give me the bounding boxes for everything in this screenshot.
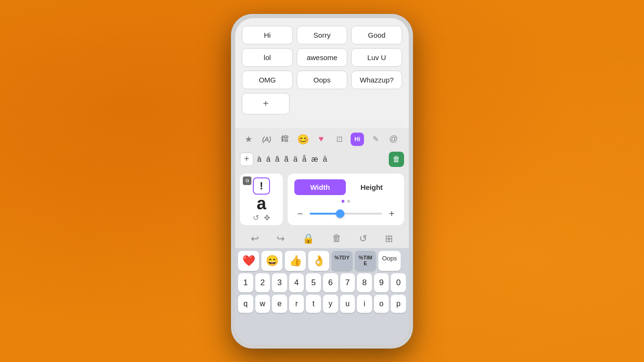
- width-tab[interactable]: Width: [294, 179, 346, 195]
- quick-reply-row-2: lol awesome Luv U: [242, 48, 402, 67]
- key-0[interactable]: 0: [391, 273, 406, 292]
- key-e[interactable]: e: [272, 295, 287, 313]
- quick-reply-awesome[interactable]: awesome: [297, 48, 348, 67]
- add-quick-reply-button[interactable]: +: [242, 93, 290, 114]
- phone-shell: Hi Sorry Good lol awesome Luv U OMG Oops…: [231, 14, 413, 348]
- quick-reply-lol[interactable]: lol: [242, 48, 293, 67]
- wh-tabs: Width Height: [294, 179, 397, 195]
- quick-reply-row-3: OMG Oops Whazzup?: [242, 71, 402, 89]
- quick-replies-section: Hi Sorry Good lol awesome Luv U OMG Oops…: [235, 18, 409, 128]
- width-height-panel: Width Height − +: [288, 174, 404, 225]
- heart-icon[interactable]: ♥: [314, 133, 328, 146]
- key-t[interactable]: t: [306, 295, 321, 313]
- percent-tdy-key[interactable]: %TDY: [332, 251, 353, 271]
- key-i[interactable]: i: [357, 295, 372, 313]
- key-refresh-icon[interactable]: ↺: [253, 213, 259, 222]
- key-q[interactable]: q: [238, 295, 253, 313]
- quick-reply-whazzup[interactable]: Whazzup?: [351, 71, 402, 89]
- undo-icon[interactable]: ↩: [251, 233, 259, 244]
- key-bottom-icons: ↺ ✥: [253, 213, 270, 222]
- phone-wrapper: Hi Sorry Good lol awesome Luv U OMG Oops…: [231, 14, 413, 348]
- letter-key-row: q w e r t y u i o p: [237, 295, 407, 313]
- toolbar-row-1: ★ (A) 鎦 😊 ♥ ⊡ Hi ✎ @: [235, 128, 409, 149]
- quick-reply-omg[interactable]: OMG: [242, 71, 293, 89]
- key-6[interactable]: 6: [323, 273, 338, 292]
- quick-reply-hi[interactable]: Hi: [242, 26, 293, 44]
- height-tab[interactable]: Height: [346, 179, 397, 195]
- wh-slider-row: − +: [294, 208, 397, 219]
- bottom-toolbar: ↩ ↪ 🔒 🗑 ↺ ⊞: [235, 229, 409, 248]
- char-a-tilde[interactable]: ã: [283, 154, 290, 165]
- image-icon[interactable]: ⊡: [332, 133, 346, 146]
- special-key-row: ❤️ 😄 👍 👌 %TDY %TIME Oops: [237, 251, 407, 271]
- key-move-icon[interactable]: ✥: [264, 213, 270, 222]
- delete-icon[interactable]: 🗑: [332, 233, 342, 244]
- key-w[interactable]: w: [255, 295, 270, 313]
- quick-reply-good[interactable]: Good: [351, 26, 402, 44]
- at-icon[interactable]: @: [387, 133, 400, 146]
- key-u[interactable]: u: [340, 295, 355, 313]
- char-a-macron[interactable]: ā: [322, 154, 328, 165]
- oops-key[interactable]: Oops: [378, 251, 401, 271]
- char-a-acute[interactable]: á: [265, 154, 271, 165]
- emoji-icon[interactable]: 😊: [296, 133, 310, 146]
- wh-plus-button[interactable]: +: [386, 208, 397, 219]
- grin-emoji-key[interactable]: 😄: [261, 251, 282, 271]
- key-editor-area: ⧉ ! a ↺ ✥ Width Height: [235, 170, 409, 229]
- key-p[interactable]: p: [391, 295, 406, 313]
- wh-minus-button[interactable]: −: [294, 208, 306, 219]
- char-add-button[interactable]: +: [240, 153, 253, 166]
- ok-emoji-key[interactable]: 👌: [308, 251, 329, 271]
- key-2[interactable]: 2: [255, 273, 270, 292]
- key-9[interactable]: 9: [374, 273, 389, 292]
- percent-time-key[interactable]: %TIME: [355, 251, 376, 271]
- char-a-grave[interactable]: à: [256, 154, 262, 165]
- quick-reply-row-1: Hi Sorry Good: [242, 26, 402, 44]
- star-icon[interactable]: ★: [242, 133, 255, 146]
- hi-sticker-icon[interactable]: Hi: [351, 133, 364, 146]
- key-letter-preview: a: [257, 195, 266, 212]
- key-y[interactable]: y: [323, 295, 338, 313]
- key-7[interactable]: 7: [340, 273, 355, 292]
- key-1[interactable]: 1: [238, 273, 253, 292]
- char-a-circ[interactable]: â: [274, 154, 280, 165]
- phone-screen: Hi Sorry Good lol awesome Luv U OMG Oops…: [235, 18, 409, 344]
- key-8[interactable]: 8: [357, 273, 372, 292]
- wh-dot-2: [347, 200, 350, 203]
- quick-reply-luvu[interactable]: Luv U: [351, 48, 402, 67]
- edit-icon[interactable]: ✎: [369, 133, 382, 146]
- wh-slider-thumb[interactable]: [336, 209, 344, 218]
- han-char-icon[interactable]: 鎦: [278, 133, 291, 146]
- wh-slider[interactable]: [310, 213, 382, 215]
- key-preview-panel: ⧉ ! a ↺ ✥: [240, 174, 283, 225]
- key-exclaim-preview: !: [253, 177, 270, 195]
- number-key-row: 1 2 3 4 5 6 7 8 9 0: [237, 273, 407, 292]
- quick-reply-row-4: +: [242, 93, 402, 114]
- key-3[interactable]: 3: [272, 273, 287, 292]
- char-a-uml[interactable]: ä: [292, 154, 299, 165]
- character-bar: + à á â ã ä å æ ā 🗑: [235, 149, 409, 170]
- key-r[interactable]: r: [289, 295, 304, 313]
- keyboard-area: ❤️ 😄 👍 👌 %TDY %TIME Oops 1 2 3 4 5 6 7: [235, 248, 409, 344]
- lock-icon[interactable]: 🔒: [302, 233, 314, 244]
- char-ae[interactable]: æ: [310, 154, 319, 165]
- text-format-icon[interactable]: (A): [260, 133, 273, 146]
- char-delete-button[interactable]: 🗑: [389, 152, 404, 167]
- rotate-icon[interactable]: ↺: [359, 233, 367, 244]
- key-copy-icon[interactable]: ⧉: [243, 176, 251, 185]
- key-o[interactable]: o: [374, 295, 389, 313]
- redo-icon[interactable]: ↪: [277, 233, 285, 244]
- wh-dot-1: [342, 200, 344, 203]
- thumbs-up-emoji-key[interactable]: 👍: [285, 251, 306, 271]
- key-4[interactable]: 4: [289, 273, 304, 292]
- quick-reply-sorry[interactable]: Sorry: [297, 26, 348, 44]
- quick-reply-oops[interactable]: Oops: [297, 71, 348, 89]
- wh-dots: [294, 200, 397, 204]
- heart-emoji-key[interactable]: ❤️: [238, 251, 259, 271]
- grid-icon[interactable]: ⊞: [385, 233, 393, 244]
- char-a-ring[interactable]: å: [301, 154, 308, 165]
- key-5[interactable]: 5: [306, 273, 321, 292]
